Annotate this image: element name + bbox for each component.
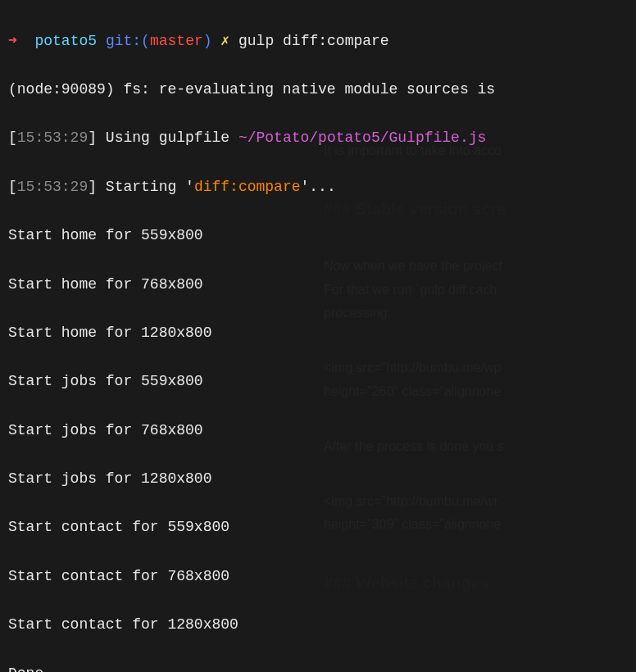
log-start-line: Start jobs for 559x800	[8, 370, 628, 394]
prompt-dir: potato5	[34, 33, 97, 49]
log-start-line: Start home for 559x800	[8, 224, 628, 248]
prompt-paren-open: (	[141, 33, 150, 49]
node-warning: (node:90089) fs: re-evaluating native mo…	[8, 78, 628, 102]
log-start-line: Start contact for 1280x800	[8, 613, 628, 638]
bracket: [	[8, 179, 17, 195]
task-name: diff:compare	[194, 179, 301, 195]
prompt-line: ➜ potato5 git:(master) ✗ gulp diff:compa…	[8, 30, 628, 54]
bracket: ]	[88, 129, 97, 146]
log-start-line: Start jobs for 1280x800	[8, 467, 628, 492]
log-text: Starting '	[97, 179, 194, 195]
timestamp: 15:53:29	[17, 129, 88, 146]
log-start-line: Start jobs for 768x800	[8, 419, 628, 443]
prompt-branch: master	[150, 33, 203, 49]
log-done: Done	[8, 662, 628, 672]
prompt-git-label: git:	[106, 33, 141, 49]
log-start-line: Start home for 768x800	[8, 273, 628, 297]
prompt-dirty-icon: ✗	[220, 33, 229, 49]
bracket: ]	[88, 179, 97, 195]
log-start-line: Start contact for 768x800	[8, 565, 628, 589]
timestamp: 15:53:29	[17, 179, 88, 195]
log-text: Using gulpfile	[97, 129, 238, 146]
log-text: '...	[301, 179, 336, 195]
log-start-line: Start home for 1280x800	[8, 321, 628, 346]
bracket: [	[8, 129, 17, 146]
command-text: gulp diff:compare	[238, 33, 389, 49]
gulpfile-path: ~/Potato/potato5/Gulpfile.js	[238, 129, 486, 146]
prompt-paren-close: )	[203, 33, 212, 49]
log-using-gulpfile: [15:53:29] Using gulpfile ~/Potato/potat…	[8, 126, 628, 151]
log-start-line: Start contact for 559x800	[8, 515, 628, 540]
prompt-arrow-icon: ➜	[8, 33, 17, 49]
log-starting: [15:53:29] Starting 'diff:compare'...	[8, 175, 628, 200]
terminal-output[interactable]: ➜ potato5 git:(master) ✗ gulp diff:compa…	[0, 0, 636, 672]
